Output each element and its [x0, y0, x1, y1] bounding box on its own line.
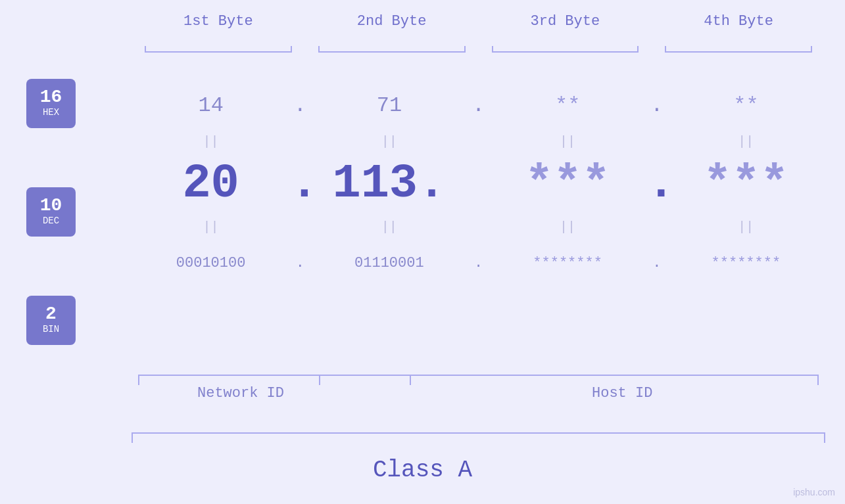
column-headers: 1st Byte 2nd Byte 3rd Byte 4th Byte	[132, 13, 825, 30]
dec-cell-2: 113.	[310, 157, 468, 211]
eq2-c4: ||	[667, 219, 825, 235]
base-labels: 16 HEX 10 DEC 2 BIN	[26, 79, 76, 345]
eq1-c1: ||	[132, 134, 290, 149]
bin-dot-3: .	[647, 255, 667, 271]
host-bracket	[319, 375, 819, 385]
header-brackets	[132, 46, 825, 59]
equals-row-1: || || || ||	[132, 131, 825, 151]
bin-cell-1: 00010100	[132, 255, 290, 271]
watermark: ipshu.com	[793, 487, 835, 497]
equals-row-2: || || || ||	[132, 217, 825, 237]
bin-cell-3: ********	[489, 255, 647, 271]
col-header-1: 1st Byte	[132, 13, 305, 30]
bin-cell-4: ********	[667, 255, 825, 271]
bin-dot-2: .	[469, 255, 489, 271]
eq2-c1: ||	[132, 219, 290, 235]
bracket-3	[485, 46, 646, 59]
hex-cell-1: 14	[132, 93, 290, 118]
hex-cell-3: **	[489, 93, 647, 118]
hex-badge: 16 HEX	[26, 79, 76, 128]
eq2-c3: ||	[489, 219, 647, 235]
network-id-label: Network ID	[197, 385, 284, 401]
eq2-c2: ||	[310, 219, 468, 235]
bracket-1	[138, 46, 299, 59]
hex-dot-1: .	[290, 93, 310, 118]
dec-cell-4: ***	[667, 157, 825, 211]
dec-row: 20 . 113. *** . ***	[132, 151, 825, 217]
main-grid: 14 . 71 . ** . ** || || || || 20 . 113. …	[132, 79, 825, 289]
col-header-3: 3rd Byte	[479, 13, 652, 30]
bracket-2	[312, 46, 472, 59]
hex-row: 14 . 71 . ** . **	[132, 79, 825, 131]
dec-cell-1: 20	[132, 157, 290, 211]
dec-dot-3: .	[647, 157, 667, 211]
eq1-c2: ||	[310, 134, 468, 149]
dec-cell-3: ***	[489, 157, 647, 211]
hex-dot-2: .	[469, 93, 489, 118]
hex-dot-3: .	[647, 93, 667, 118]
bin-dot-1: .	[290, 255, 310, 271]
dec-badge: 10 DEC	[26, 187, 76, 237]
dec-dot-1: .	[290, 157, 310, 211]
full-bracket	[132, 432, 825, 443]
bin-badge: 2 BIN	[26, 296, 76, 345]
hex-cell-4: **	[667, 93, 825, 118]
host-id-label: Host ID	[592, 385, 652, 401]
eq1-c3: ||	[489, 134, 647, 149]
col-header-2: 2nd Byte	[305, 13, 479, 30]
hex-cell-2: 71	[310, 93, 468, 118]
bin-cell-2: 01110001	[310, 255, 468, 271]
main-container: 1st Byte 2nd Byte 3rd Byte 4th Byte 16 H…	[0, 0, 845, 504]
col-header-4: 4th Byte	[652, 13, 825, 30]
bracket-4	[658, 46, 819, 59]
eq1-c4: ||	[667, 134, 825, 149]
bin-row: 00010100 . 01110001 . ******** . *******…	[132, 237, 825, 289]
class-label: Class A	[0, 457, 845, 484]
